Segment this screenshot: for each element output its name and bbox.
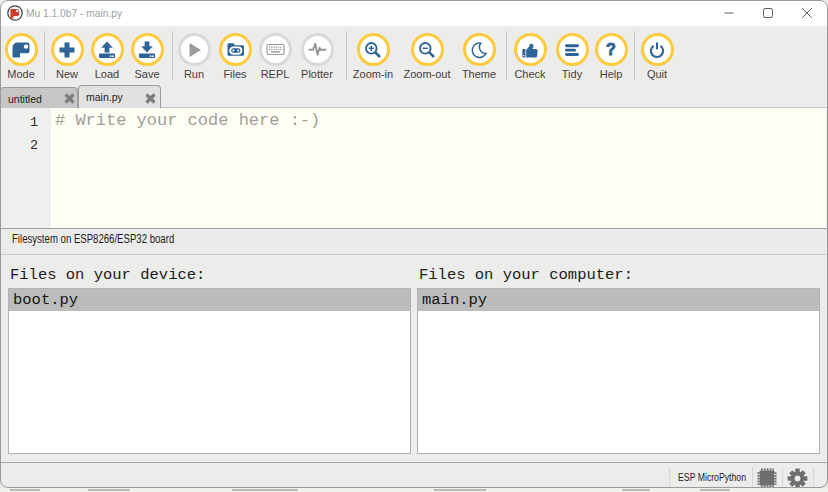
svg-text:?: ? [606,41,616,58]
